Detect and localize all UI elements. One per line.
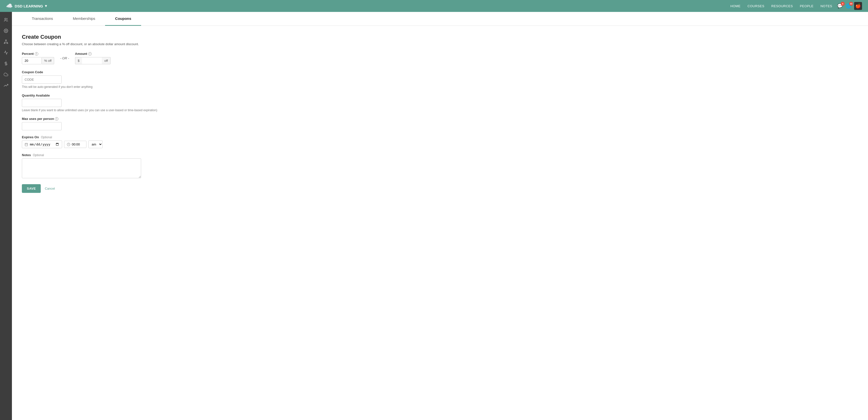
coupon-code-group: Coupon Code This will be auto-generated … [22,70,206,89]
action-row: SAVE Cancel [22,184,206,193]
svg-rect-3 [4,43,5,44]
sidebar [0,12,12,420]
apple-icon[interactable]: 🍎 [854,2,862,10]
nav-people[interactable]: PEOPLE [800,4,814,8]
percent-info-icon[interactable]: i [35,52,38,56]
form-title: Create Coupon [22,34,206,40]
max-uses-input[interactable] [22,122,62,130]
brand-name: DSD LEARNING [14,4,43,8]
coupon-code-input[interactable] [22,75,62,84]
amount-info-icon[interactable]: i [88,52,92,56]
sidebar-item-analytics[interactable] [1,48,11,58]
max-uses-info-icon[interactable]: i [55,117,58,121]
chat-button[interactable]: 💬 4 [837,3,843,9]
date-input-wrap [22,140,62,148]
main-layout: Transactions Memberships Coupons Create … [0,12,868,420]
nav-notes[interactable]: NOTES [820,4,832,8]
tab-coupons[interactable]: Coupons [105,12,141,26]
brand[interactable]: ☁️ DSD LEARNING ▾ [6,3,47,9]
notes-textarea[interactable] [22,158,141,178]
or-divider: - OR - [58,56,71,60]
dollar-group: $ off [75,57,111,64]
date-input[interactable] [30,142,59,147]
time-input-wrap [64,141,87,148]
sidebar-item-cloud[interactable] [1,69,11,79]
clock-icon [67,143,70,146]
notes-group: Notes Optional [22,153,206,179]
max-uses-label: Max uses per person i [22,117,206,121]
svg-point-1 [5,30,7,32]
percent-inputs: % off [22,57,54,64]
nav-courses[interactable]: COURSES [747,4,765,8]
brand-caret: ▾ [45,4,47,8]
sidebar-item-users[interactable] [1,15,11,25]
amount-label: Amount i [75,52,111,56]
expires-group: Expires On Optional am pm [22,135,206,148]
quantity-label: Quantity Available [22,94,206,97]
ampm-select[interactable]: am pm [88,140,102,148]
percent-suffix: % off [42,57,54,64]
sidebar-item-graph[interactable] [1,80,11,90]
amount-group: Amount i $ off [75,52,111,64]
quantity-hint: Leave blank if you want to allow unlimit… [22,108,206,112]
nav-icons: 💬 4 🌐 33 🍎 [837,2,862,10]
save-button[interactable]: SAVE [22,184,41,193]
sidebar-item-billing[interactable] [1,59,11,68]
sidebar-item-hierarchy[interactable] [1,37,11,47]
globe-badge: 33 [849,2,853,6]
percent-label: Percent i [22,52,54,56]
quantity-group: Quantity Available Leave blank if you wa… [22,94,206,112]
off-suffix: off [102,57,111,64]
max-uses-group: Max uses per person i [22,117,206,130]
svg-rect-6 [25,143,28,146]
amount-input[interactable] [82,57,102,64]
tab-transactions[interactable]: Transactions [22,12,63,26]
tabs-bar: Transactions Memberships Coupons [12,12,868,26]
expires-label: Expires On Optional [22,135,206,139]
time-input[interactable] [72,142,84,146]
expires-row: am pm [22,140,206,148]
form-subtitle: Choose between creating a % off discount… [22,42,206,46]
nav-home[interactable]: HOME [731,4,741,8]
coupon-code-hint: This will be auto-generated if you don't… [22,85,206,89]
coupon-code-label: Coupon Code [22,70,206,74]
create-coupon-form: Create Coupon Choose between creating a … [12,26,216,201]
nav-resources[interactable]: RESOURCES [771,4,793,8]
calendar-icon [25,143,28,146]
sidebar-item-settings[interactable] [1,26,11,36]
quantity-input[interactable] [22,99,62,107]
nav-links: HOME COURSES RESOURCES PEOPLE NOTES [731,4,832,8]
svg-rect-4 [7,43,8,44]
svg-point-0 [5,18,6,20]
notes-label: Notes Optional [22,153,206,157]
chat-badge: 4 [841,2,845,6]
tab-memberships[interactable]: Memberships [63,12,105,26]
percent-input[interactable] [22,57,42,64]
cancel-link[interactable]: Cancel [45,187,55,190]
cloud-logo-icon: ☁️ [6,3,13,9]
percent-group: Percent i % off [22,52,54,64]
globe-button[interactable]: 🌐 33 [846,3,851,9]
dollar-prefix: $ [75,57,82,64]
svg-rect-2 [5,40,7,41]
top-nav: ☁️ DSD LEARNING ▾ HOME COURSES RESOURCES… [0,0,868,12]
content-area: Transactions Memberships Coupons Create … [12,12,868,420]
discount-row: Percent i % off - OR - Amount i $ [22,52,206,64]
